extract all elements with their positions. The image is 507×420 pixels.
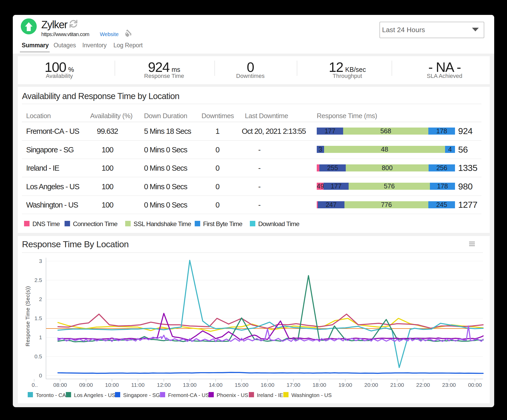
svg-text:16:00: 16:00 xyxy=(261,382,274,388)
svg-text:2: 2 xyxy=(39,296,42,302)
svg-text:1.5: 1.5 xyxy=(34,315,42,321)
svg-text:2.5: 2.5 xyxy=(34,277,42,283)
svg-text:23:00: 23:00 xyxy=(442,382,456,388)
svg-text:18:00: 18:00 xyxy=(313,382,326,388)
svg-text:11:00: 11:00 xyxy=(131,382,145,388)
svg-text:0..: 0.. xyxy=(32,382,38,388)
svg-text:0: 0 xyxy=(39,372,42,378)
svg-text:22:00: 22:00 xyxy=(416,382,430,388)
svg-text:00:00: 00:00 xyxy=(468,382,482,388)
svg-text:10:00: 10:00 xyxy=(105,382,119,388)
svg-text:12:00: 12:00 xyxy=(157,382,171,388)
svg-text:20:00: 20:00 xyxy=(364,382,378,388)
svg-text:3: 3 xyxy=(39,258,42,264)
svg-text:17:00: 17:00 xyxy=(287,382,301,388)
svg-text:09:00: 09:00 xyxy=(79,382,93,388)
svg-text:08:00: 08:00 xyxy=(53,382,67,388)
svg-text:19:00: 19:00 xyxy=(338,382,352,388)
svg-text:13:00: 13:00 xyxy=(183,382,197,388)
svg-text:21:00: 21:00 xyxy=(390,382,404,388)
svg-text:1: 1 xyxy=(39,334,42,340)
svg-text:0.5: 0.5 xyxy=(34,353,42,359)
svg-text:Response Time (Sec(s)): Response Time (Sec(s)) xyxy=(25,286,31,347)
svg-text:15:00: 15:00 xyxy=(235,382,249,388)
svg-text:14:00: 14:00 xyxy=(209,382,223,388)
